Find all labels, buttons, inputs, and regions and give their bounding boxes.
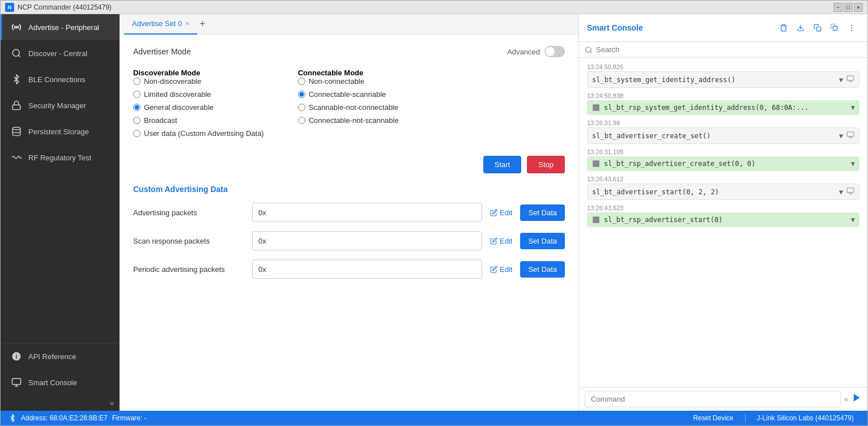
console-dropdown-5[interactable]: ▼ <box>839 188 843 196</box>
copy-console-button[interactable] <box>810 20 826 36</box>
console-title: Smart Console <box>587 23 643 32</box>
advertiser-mode-title: Advertiser Mode <box>133 47 191 56</box>
reset-device-button[interactable]: Reset Device <box>687 414 739 422</box>
stop-button[interactable]: Stop <box>527 156 565 173</box>
main-panel: Advertiser Mode Advanced Discoverable Mo… <box>120 35 578 411</box>
radio-label: General discoverable <box>144 103 214 112</box>
more-console-button[interactable]: ⋮ <box>844 20 860 36</box>
scan-response-set-data-button[interactable]: Set Data <box>520 233 565 249</box>
console-timestamp-6: 13:26:43,623 <box>587 205 860 211</box>
app-title: NCP Commander (440125479) <box>18 3 112 11</box>
console-dropdown-2[interactable]: ▼ <box>851 104 855 112</box>
svg-line-14 <box>590 51 592 53</box>
advertising-packets-set-data-button[interactable]: Set Data <box>520 205 565 221</box>
scan-response-edit-button[interactable]: Edit <box>488 237 514 245</box>
storage-icon <box>10 125 23 138</box>
close-button[interactable]: × <box>854 3 863 12</box>
export-console-button[interactable] <box>793 20 809 36</box>
console-copy-5[interactable] <box>846 187 854 197</box>
svg-rect-3 <box>12 105 20 109</box>
radio-label: Non-discoverable <box>144 77 201 86</box>
console-dropdown-6[interactable]: ▼ <box>851 216 855 224</box>
status-bar-right: Reset Device J-Link Silicon Labs (440125… <box>687 414 860 423</box>
periodic-edit-button[interactable]: Edit <box>488 265 514 274</box>
svg-point-13 <box>586 46 591 52</box>
lock-icon <box>10 99 23 112</box>
start-button[interactable]: Start <box>483 156 521 173</box>
sidebar-item-label-storage: Persistent Storage <box>28 127 89 136</box>
radio-scannable-not-connectable[interactable]: Scannable-not-connectable <box>298 103 399 112</box>
periodic-set-data-button[interactable]: Set Data <box>520 261 565 278</box>
console-entry-6: 13:26:43,623 sl_bt_rsp_advertiser_start(… <box>579 202 867 229</box>
advertising-packets-edit-button[interactable]: Edit <box>488 208 514 217</box>
console-dropdown-1[interactable]: ▼ <box>839 76 843 84</box>
console-command-input[interactable] <box>585 391 841 407</box>
radio-non-discoverable[interactable]: Non-discoverable <box>133 77 264 86</box>
sidebar-item-persistent-storage[interactable]: Persistent Storage <box>1 118 120 144</box>
maximize-button[interactable]: □ <box>844 3 853 12</box>
radio-label: Non-connectable <box>309 77 364 86</box>
svg-text:i: i <box>16 353 18 360</box>
radio-label: Limited discoverable <box>144 90 211 99</box>
advanced-toggle-switch[interactable] <box>544 46 565 57</box>
console-response-text-4: sl_bt_rsp_advertiser_create_set(0, 0) <box>604 160 848 168</box>
radio-non-connectable[interactable]: Non-connectable <box>298 77 399 86</box>
content-area: Advertise Set 0 × + Advertiser Mode Adva… <box>120 14 578 411</box>
sidebar-item-api-reference[interactable]: i API Reference <box>1 343 120 369</box>
console-entry-4: 13:26:31,109 sl_bt_rsp_advertiser_create… <box>579 146 867 173</box>
console-search-input[interactable] <box>596 45 862 54</box>
minimize-button[interactable]: − <box>833 3 843 12</box>
tab-close-button[interactable]: × <box>185 20 189 28</box>
radio-general-discoverable[interactable]: General discoverable <box>133 103 264 112</box>
svg-rect-22 <box>593 160 599 167</box>
radio-connectable-not-scannable[interactable]: Connectable-not-scannable <box>298 116 399 125</box>
add-tab-button[interactable]: + <box>199 18 206 30</box>
sidebar-collapse-button[interactable]: « <box>1 395 120 411</box>
svg-rect-26 <box>593 216 599 223</box>
console-copy-1[interactable] <box>846 75 854 84</box>
bluetooth-icon <box>10 73 23 86</box>
connectable-mode-group: Connectable Mode Non-connectable Connect… <box>298 69 399 142</box>
radio-user-data[interactable]: User data (Custom Advertising Data) <box>133 129 264 138</box>
sidebar-item-label-api: API Reference <box>28 352 76 361</box>
advanced-toggle[interactable]: Advanced <box>507 46 565 57</box>
console-dropdown-3[interactable]: ▼ <box>839 132 843 140</box>
status-bar-left: Address: 68:0A:E2:28:8B:E7 Firmware: - <box>8 414 146 422</box>
console-response-6: sl_bt_rsp_advertiser_start(0) ▼ <box>587 212 860 227</box>
sidebar-item-security-manager[interactable]: Security Manager <box>1 92 120 118</box>
sidebar-item-ble-connections[interactable]: BLE Connections <box>1 66 120 92</box>
tab-advertise-set-0[interactable]: Advertise Set 0 × <box>124 14 197 35</box>
svg-point-0 <box>16 27 18 28</box>
clear-console-button[interactable] <box>776 20 792 36</box>
wave-icon <box>10 151 23 164</box>
radio-broadcast[interactable]: Broadcast <box>133 116 264 125</box>
radio-label: Broadcast <box>144 116 177 125</box>
status-bar: Address: 68:0A:E2:28:8B:E7 Firmware: - R… <box>1 411 867 425</box>
console-command-5: sl_bt_advertiser_start(0, 2, 2) ▼ <box>587 184 860 200</box>
scan-response-input[interactable] <box>252 231 482 250</box>
console-timestamp-5: 13:26:43,612 <box>587 176 860 182</box>
console-input-area: « <box>579 387 867 411</box>
edit-btn-label: Edit <box>500 208 512 217</box>
advertising-packets-input[interactable] <box>252 203 482 222</box>
radio-limited-discoverable[interactable]: Limited discoverable <box>133 90 264 99</box>
console-entry-5: 13:26:43,612 sl_bt_advertiser_start(0, 2… <box>579 173 867 202</box>
sidebar-item-smart-console[interactable]: Smart Console <box>1 369 120 395</box>
console-copy-3[interactable] <box>846 131 854 140</box>
firmware-text: Firmware: - <box>112 414 147 422</box>
console-dropdown-4[interactable]: ▼ <box>851 160 855 168</box>
console-send-button[interactable] <box>852 393 862 406</box>
periodic-advertising-input[interactable] <box>252 259 482 279</box>
radio-connectable-scannable[interactable]: Connectable-scannable <box>298 90 399 99</box>
sidebar-item-label-rf: RF Regulatory Test <box>28 154 91 162</box>
sidebar-item-rf-regulatory[interactable]: RF Regulatory Test <box>1 144 120 171</box>
console-entry-1: 13:24:50,826 sl_bt_system_get_identity_a… <box>579 61 867 90</box>
sidebar-item-discover-central[interactable]: Discover - Central <box>1 40 120 66</box>
sidebar-item-advertise-peripheral[interactable]: Advertise - Peripheral <box>1 14 120 40</box>
console-back-button[interactable]: « <box>844 395 848 403</box>
advertiser-mode-header: Advertiser Mode Advanced <box>133 46 565 57</box>
info-icon: i <box>10 350 23 363</box>
svg-rect-18 <box>593 104 599 111</box>
copy-all-console-button[interactable] <box>827 20 843 36</box>
radio-label: User data (Custom Advertising Data) <box>144 129 264 138</box>
